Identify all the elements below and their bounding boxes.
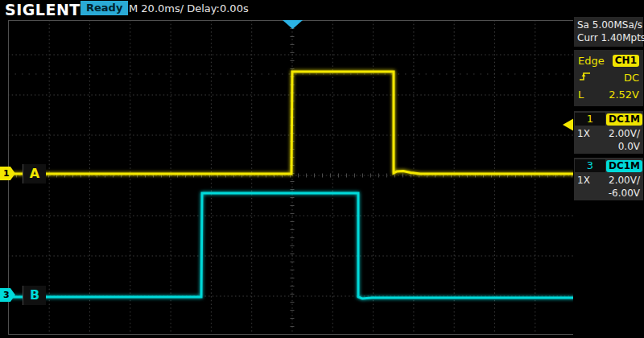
channel1-number: 1 xyxy=(575,113,605,126)
graticule-grid-and-traces xyxy=(8,20,575,335)
channel3-volts-per-div: 2.00V/ xyxy=(609,174,640,187)
trigger-info-panel[interactable]: Edge CH1 DC L 2.52V xyxy=(574,50,643,106)
status-sidebar: Sa 5.00MSa/s Curr 1.40Mpts Edge CH1 DC L… xyxy=(573,0,644,338)
siglent-logo: SIGLENT xyxy=(5,1,80,19)
acquisition-status-badge: Ready xyxy=(80,1,128,15)
channel1-info-box[interactable]: 1 DC1M 1X 2.00V/ 0.0V xyxy=(574,111,643,154)
channel1-probe-attenuation: 1X xyxy=(577,127,590,140)
trigger-level-label: L xyxy=(578,89,584,101)
trigger-type-label: Edge xyxy=(578,55,605,67)
trigger-source-badge[interactable]: CH1 xyxy=(613,55,639,67)
memory-depth-readout: Curr 1.40Mpts xyxy=(577,31,640,44)
acquisition-info-panel: Sa 5.00MSa/s Curr 1.40Mpts xyxy=(574,17,643,47)
channel3-info-box[interactable]: 3 DC1M 1X 2.00V/ -6.00V xyxy=(574,158,643,200)
timebase-readout[interactable]: M 20.0ms/ Delay:0.00s xyxy=(129,2,249,14)
oscilloscope-screen: SIGLENT Ready M 20.0ms/ Delay:0.00s f < … xyxy=(0,0,644,338)
ch1-custom-label: A xyxy=(23,164,46,183)
rising-edge-icon xyxy=(578,70,592,85)
channel3-coupling-badge: DC1M xyxy=(606,160,642,172)
channel3-probe-attenuation: 1X xyxy=(577,174,590,187)
trigger-level-value: 2.52V xyxy=(609,89,639,101)
title-bar: SIGLENT Ready M 20.0ms/ Delay:0.00s f < … xyxy=(0,0,644,19)
channel3-number: 3 xyxy=(575,159,605,172)
channel1-volts-per-div: 2.00V/ xyxy=(609,127,640,140)
trigger-coupling-value: DC xyxy=(624,72,639,84)
channel1-offset: 0.0V xyxy=(574,140,643,153)
ch3-custom-label: B xyxy=(23,286,46,305)
channel1-coupling-badge: DC1M xyxy=(606,113,642,126)
channel3-offset: -6.00V xyxy=(574,187,643,200)
waveform-graticule xyxy=(8,20,575,335)
sample-rate-readout: Sa 5.00MSa/s xyxy=(577,19,640,31)
